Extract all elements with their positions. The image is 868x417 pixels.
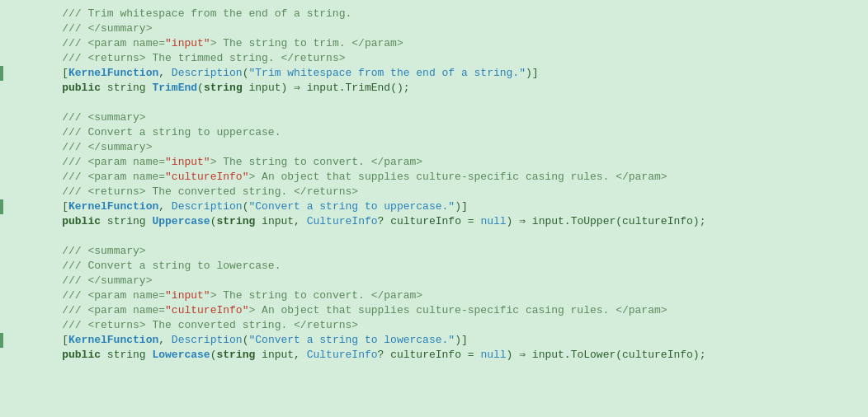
code-token: , xyxy=(158,334,172,346)
code-token: The string to trim. </param> xyxy=(216,37,403,49)
code-token: /// xyxy=(36,260,87,272)
code-line: /// <summary> xyxy=(0,244,868,259)
code-token: input.ToLower(cultureInfo); xyxy=(526,349,705,361)
line-content: /// <returns> The converted string. </re… xyxy=(36,185,358,199)
code-token: /// xyxy=(36,274,87,287)
line-content: /// <summary> xyxy=(36,110,146,125)
code-token: <returns> xyxy=(87,319,145,331)
code-token: /// xyxy=(36,319,87,331)
code-token: [ xyxy=(36,200,68,213)
code-token: input, xyxy=(255,349,306,361)
code-token: <param name= xyxy=(87,304,165,316)
code-token: , xyxy=(158,67,172,79)
code-token: )] xyxy=(526,67,539,79)
line-content: /// <returns> The converted string. </re… xyxy=(36,318,358,333)
code-line: /// <param name="cultureInfo"> An object… xyxy=(0,170,868,185)
code-line: /// <returns> The converted string. </re… xyxy=(0,185,868,199)
code-token: string xyxy=(216,349,255,361)
code-line: /// Convert a string to uppercase. xyxy=(0,125,868,140)
code-line: /// <param name="input"> The string to t… xyxy=(0,36,868,51)
code-token: /// xyxy=(36,156,87,168)
code-token: CultureInfo xyxy=(307,215,378,227)
code-token: "input" xyxy=(165,37,210,49)
code-token: "Trim whitespace from the end of a strin… xyxy=(248,67,525,79)
line-content: /// <param name="input"> The string to c… xyxy=(36,288,422,303)
code-token: null xyxy=(480,215,506,227)
code-token: ? cultureInfo = xyxy=(378,215,481,227)
code-token: ⇒ xyxy=(519,349,526,361)
line-content: [KernelFunction, Description("Convert a … xyxy=(36,199,468,214)
code-token: ⇒ xyxy=(294,82,300,94)
code-token: <summary> xyxy=(87,245,145,257)
code-token: /// xyxy=(36,185,87,198)
code-line: /// Convert a string to lowercase. xyxy=(0,259,868,274)
code-line: public string Uppercase(string input, Cu… xyxy=(0,214,868,229)
line-content: /// Trim whitespace from the end of a st… xyxy=(36,7,351,21)
code-token: string xyxy=(101,215,152,227)
line-content: public string Uppercase(string input, Cu… xyxy=(36,214,705,229)
code-line: public string TrimEnd(string input) ⇒ in… xyxy=(0,81,868,96)
code-token: input.TrimEnd(); xyxy=(300,82,410,94)
line-content: /// </summary> xyxy=(36,140,152,155)
line-content: /// <param name="input"> The string to t… xyxy=(36,36,403,51)
code-token: string xyxy=(216,215,255,227)
line-content: /// </summary> xyxy=(36,274,152,288)
code-token: /// xyxy=(36,126,87,138)
code-token: /// xyxy=(36,171,87,183)
code-token: /// xyxy=(36,289,87,302)
code-line: /// <param name="input"> The string to c… xyxy=(0,155,868,170)
code-token: <param name= xyxy=(87,289,165,302)
code-token: The converted string. </returns> xyxy=(146,185,358,198)
code-token: The converted string. </returns> xyxy=(146,319,358,331)
code-token: input) xyxy=(243,82,294,94)
line-content: /// <param name="input"> The string to c… xyxy=(36,155,422,170)
code-token xyxy=(36,349,62,361)
code-token: "Convert a string to uppercase." xyxy=(248,200,455,213)
code-token: , xyxy=(158,200,172,213)
code-token: Convert a string to lowercase. xyxy=(87,260,281,272)
code-token: </summary> xyxy=(87,22,152,35)
code-token: TrimEnd xyxy=(152,82,197,94)
code-line: /// <param name="cultureInfo"> An object… xyxy=(0,303,868,318)
code-token: public xyxy=(62,215,101,227)
code-line: /// </summary> xyxy=(0,274,868,288)
code-token: <returns> xyxy=(87,185,145,198)
code-token: An object that supplies culture-specific… xyxy=(255,304,667,316)
code-token: string xyxy=(101,349,152,361)
code-token xyxy=(36,82,62,94)
code-token: The string to convert. </param> xyxy=(216,289,422,302)
code-line: [KernelFunction, Description("Convert a … xyxy=(0,333,868,348)
code-token: null xyxy=(480,349,506,361)
code-token: CultureInfo xyxy=(307,349,378,361)
code-token: <param name= xyxy=(87,37,165,49)
code-token: </summary> xyxy=(87,274,152,287)
code-token: /// xyxy=(36,22,87,35)
code-token: "input" xyxy=(165,156,210,168)
code-token: Description xyxy=(172,67,243,79)
code-token: public xyxy=(62,349,101,361)
code-line: /// </summary> xyxy=(0,140,868,155)
code-line: public string Lowercase(string input, Cu… xyxy=(0,348,868,363)
code-token: Trim whitespace from the end of a string… xyxy=(87,7,351,20)
line-content: [KernelFunction, Description("Trim white… xyxy=(36,66,539,81)
code-token: KernelFunction xyxy=(68,334,158,346)
code-token: <summary> xyxy=(87,111,145,124)
code-token: Lowercase xyxy=(152,349,210,361)
line-content: public string Lowercase(string input, Cu… xyxy=(36,348,705,363)
code-token: )] xyxy=(455,200,468,213)
code-token: [ xyxy=(36,67,68,79)
code-token: ( xyxy=(197,82,204,94)
code-token: string xyxy=(204,82,243,94)
code-token: /// xyxy=(36,52,87,64)
code-line: /// <param name="input"> The string to c… xyxy=(0,288,868,303)
code-token: public xyxy=(62,82,101,94)
line-content: /// Convert a string to lowercase. xyxy=(36,259,281,274)
code-token: "cultureInfo" xyxy=(165,171,248,183)
code-line: /// </summary> xyxy=(0,21,868,36)
code-token: [ xyxy=(36,334,68,346)
line-content: /// Convert a string to uppercase. xyxy=(36,125,281,140)
code-line: /// Trim whitespace from the end of a st… xyxy=(0,7,868,21)
code-token: input, xyxy=(255,215,306,227)
code-token: )] xyxy=(455,334,468,346)
code-token: The string to convert. </param> xyxy=(216,156,422,168)
